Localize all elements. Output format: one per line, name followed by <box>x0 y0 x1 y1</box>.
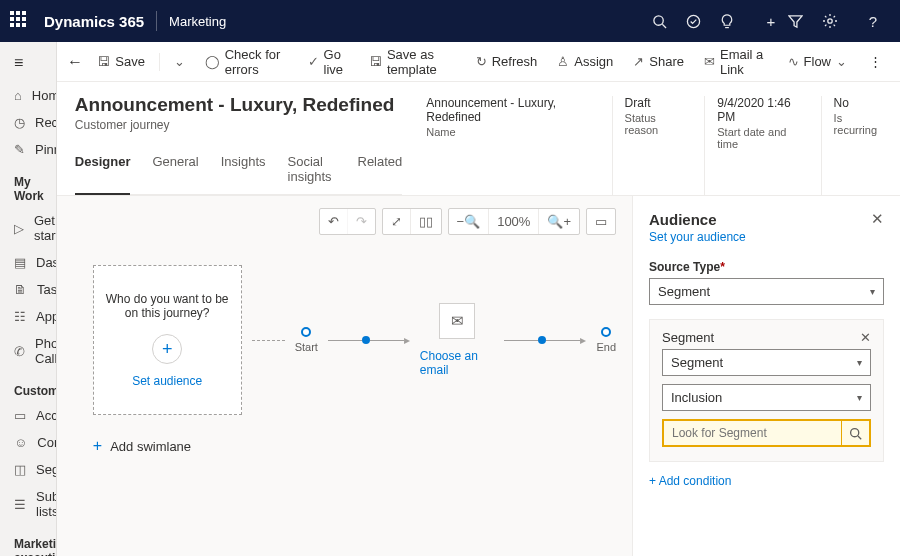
nav-tasks[interactable]: 🗎Tasks <box>0 276 56 303</box>
nav-label: Pinned <box>35 142 57 157</box>
nav-label: Get started <box>34 213 57 243</box>
brand-label: Dynamics 365 <box>44 13 144 30</box>
sidebar: ≡ ⌂Home ◷Recent⌄ ✎Pinned⌄ My Work ▷Get s… <box>0 42 57 556</box>
nav-segments[interactable]: ◫Segments <box>0 456 56 483</box>
zoom-in-button[interactable]: 🔍+ <box>538 209 579 234</box>
cmd-label: Check for errors <box>225 47 288 77</box>
cmd-label: Flow <box>804 54 831 69</box>
nav-home[interactable]: ⌂Home <box>0 82 56 109</box>
choose-email-link[interactable]: Choose an email <box>420 349 495 377</box>
email-node[interactable]: ✉ <box>439 303 475 339</box>
flow-button[interactable]: ∿Flow⌄ <box>780 50 855 73</box>
task-icon: 🗎 <box>14 282 27 297</box>
lightbulb-icon[interactable] <box>720 14 754 29</box>
svg-point-0 <box>654 15 663 24</box>
nav-dashboards[interactable]: ▤Dashboards <box>0 249 56 276</box>
tab-designer[interactable]: Designer <box>75 146 131 195</box>
fullscreen-button[interactable]: ⤢ <box>383 209 410 234</box>
redo-button[interactable]: ↷ <box>347 209 375 234</box>
nav-label: Home <box>32 88 57 103</box>
header-status-value: Draft <box>625 96 685 110</box>
save-dropdown[interactable]: ⌄ <box>166 50 193 73</box>
source-type-select[interactable]: Segment▾ <box>649 278 884 305</box>
source-type-label: Source Type* <box>649 260 884 274</box>
add-audience-button[interactable]: + <box>152 334 182 364</box>
flow-icon: ∿ <box>788 54 799 69</box>
segment-search-input[interactable] <box>664 421 841 445</box>
nav-appointments[interactable]: ☷Appointments <box>0 303 56 330</box>
remove-segment-button[interactable]: ✕ <box>860 330 871 345</box>
fit-button[interactable]: ▭ <box>587 209 615 234</box>
back-button[interactable]: ← <box>65 53 86 71</box>
chevron-down-icon: ▾ <box>857 392 862 403</box>
start-node[interactable] <box>301 327 311 337</box>
tab-social-insights[interactable]: Social insights <box>288 146 336 194</box>
app-launcher[interactable] <box>10 11 30 31</box>
start-label: Start <box>295 341 318 353</box>
search-button[interactable] <box>841 421 869 445</box>
audience-tile[interactable]: Who do you want to be on this journey? +… <box>93 265 242 415</box>
nav-contacts[interactable]: ☺Contacts <box>0 429 56 456</box>
search-icon[interactable] <box>652 14 686 29</box>
nav-recent[interactable]: ◷Recent⌄ <box>0 109 56 136</box>
add-swimlane-button[interactable]: +Add swimlane <box>93 437 616 455</box>
tab-related[interactable]: Related <box>358 146 403 194</box>
nav-getstarted[interactable]: ▷Get started <box>0 207 56 249</box>
chevron-down-icon: ▾ <box>857 357 862 368</box>
nav-accounts[interactable]: ▭Accounts <box>0 402 56 429</box>
contacts-icon: ☺ <box>14 435 27 450</box>
segment-search[interactable] <box>662 419 871 447</box>
assistant-icon[interactable] <box>686 14 720 29</box>
save-as-template-button[interactable]: 🖫Save as template <box>361 43 464 81</box>
nav-pinned[interactable]: ✎Pinned⌄ <box>0 136 56 163</box>
minimap-button[interactable]: ▯▯ <box>410 209 441 234</box>
close-panel-button[interactable]: ✕ <box>871 210 884 228</box>
add-icon[interactable]: + <box>754 14 788 29</box>
assign-button[interactable]: ♙Assign <box>549 50 621 73</box>
nav-label: Dashboards <box>36 255 57 270</box>
save-button[interactable]: 🖫Save <box>89 50 153 73</box>
email-link-button[interactable]: ✉Email a Link <box>696 43 776 81</box>
settings-icon[interactable] <box>822 13 856 29</box>
section-marketing: Marketing execution <box>0 525 56 556</box>
header-start-label: Start date and time <box>717 126 800 150</box>
command-bar: ← 🖫Save ⌄ ◯Check for errors ✓Go live 🖫Sa… <box>57 42 900 82</box>
properties-panel: Audience ✕ Set your audience Source Type… <box>632 196 900 556</box>
entity-type: Customer journey <box>75 118 403 132</box>
end-label: End <box>596 341 616 353</box>
collapse-nav-button[interactable]: ≡ <box>0 48 56 82</box>
cmd-label: Share <box>649 54 684 69</box>
golive-icon: ✓ <box>308 54 319 69</box>
select-value: Segment <box>671 355 723 370</box>
page-header: Announcement - Luxury, Redefined Custome… <box>57 82 900 196</box>
clock-icon: ◷ <box>14 115 25 130</box>
svg-line-6 <box>858 435 861 438</box>
nav-phonecalls[interactable]: ✆Phone Calls <box>0 330 56 372</box>
panel-sub-link[interactable]: Set your audience <box>649 230 884 244</box>
topbar-divider <box>156 11 157 31</box>
plus-icon: + <box>93 437 102 455</box>
inclusion-select[interactable]: Inclusion▾ <box>662 384 871 411</box>
share-button[interactable]: ↗Share <box>625 50 692 73</box>
zoom-out-button[interactable]: −🔍 <box>449 209 489 234</box>
undo-button[interactable]: ↶ <box>320 209 347 234</box>
nav-sublists[interactable]: ☰Subscription lists <box>0 483 56 525</box>
tab-general[interactable]: General <box>152 146 198 194</box>
nav-label: Appointments <box>36 309 57 324</box>
tab-insights[interactable]: Insights <box>221 146 266 194</box>
filter-icon[interactable] <box>788 14 822 29</box>
end-node[interactable] <box>601 327 611 337</box>
check-errors-button[interactable]: ◯Check for errors <box>197 43 296 81</box>
overflow-button[interactable]: ⋮ <box>859 50 892 73</box>
zoom-level: 100% <box>488 209 538 234</box>
header-status-label: Status reason <box>625 112 685 136</box>
set-audience-link[interactable]: Set audience <box>132 374 202 388</box>
nav-label: Tasks <box>37 282 57 297</box>
svg-point-4 <box>828 19 832 23</box>
help-icon[interactable]: ? <box>856 13 890 30</box>
refresh-button[interactable]: ↻Refresh <box>468 50 546 73</box>
add-condition-link[interactable]: + Add condition <box>649 474 884 488</box>
segment-select[interactable]: Segment▾ <box>662 349 871 376</box>
segments-icon: ◫ <box>14 462 26 477</box>
go-live-button[interactable]: ✓Go live <box>300 43 357 81</box>
